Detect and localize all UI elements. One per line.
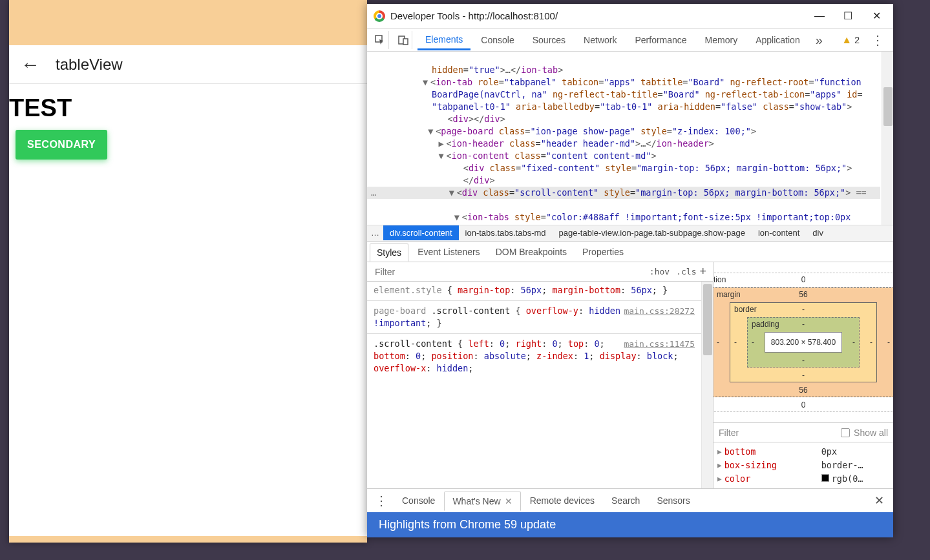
drawer-tab-whatsnew[interactable]: What's New ✕ (444, 492, 520, 511)
drawer-tabbar: ⋮ Console What's New ✕ Remote devices Se… (367, 488, 893, 512)
chrome-logo-icon (374, 10, 385, 22)
breadcrumb-ellipsis[interactable]: … (367, 228, 383, 238)
computed-pane: position 0 0 0 0 margin 56 56 - - (713, 262, 893, 488)
device-toolbar-icon[interactable] (394, 31, 412, 49)
new-rule-button[interactable]: + (699, 265, 706, 278)
tab-application[interactable]: Application (748, 31, 808, 49)
styles-tabbar: Styles Event Listeners DOM Breakpoints P… (367, 242, 893, 262)
breadcrumb-selected[interactable]: div.scroll-content (383, 225, 459, 240)
source-link[interactable]: main.css:28272 (624, 305, 695, 317)
tab-network[interactable]: Network (576, 31, 624, 49)
breadcrumb-item[interactable]: ion-content (752, 225, 806, 240)
mobile-preview: ← tableView TEST SECONDARY (9, 0, 367, 543)
window-minimize-button[interactable]: — (805, 6, 834, 26)
tab-sources[interactable]: Sources (525, 31, 573, 49)
tab-console[interactable]: Console (473, 31, 522, 49)
close-tab-icon[interactable]: ✕ (505, 496, 513, 506)
devtools-window: Developer Tools - http://localhost:8100/… (367, 4, 893, 537)
window-maximize-button[interactable]: ☐ (834, 6, 862, 26)
main-tabbar: Elements Console Sources Network Perform… (367, 29, 893, 52)
secondary-button[interactable]: SECONDARY (16, 130, 107, 160)
computed-filter-label[interactable]: Filter (719, 428, 739, 438)
warnings-badge[interactable]: ▲ 2 (838, 34, 863, 46)
drawer-tab-remote[interactable]: Remote devices (522, 492, 602, 510)
inspect-element-icon[interactable] (371, 31, 389, 49)
drawer-content-headline: Highlights from Chrome 59 update (367, 512, 893, 537)
styles-rules-pane: :hov .cls + element.style { margin-top: … (367, 262, 713, 488)
mobile-page: ← tableView TEST SECONDARY (9, 45, 367, 536)
back-arrow-icon[interactable]: ← (21, 54, 40, 76)
breadcrumb-item[interactable]: page-table-view.ion-page.tab-subpage.sho… (553, 225, 752, 240)
dom-tree-scrollbar[interactable] (882, 52, 893, 225)
svg-rect-2 (403, 39, 408, 45)
tabs-overflow-icon[interactable]: » (810, 33, 828, 48)
mobile-header: ← tableView (9, 45, 367, 84)
devtools-menu-icon[interactable]: ⋮ (866, 32, 889, 48)
bm-margin-label: margin (717, 290, 741, 299)
mobile-body: TEST SECONDARY (9, 84, 367, 160)
drawer-menu-icon[interactable]: ⋮ (370, 493, 393, 508)
breadcrumb-item[interactable]: ion-tabs.tabs.tabs-md (459, 225, 553, 240)
css-rules-list[interactable]: element.style { margin-top: 56px; margin… (367, 282, 713, 488)
breadcrumb-item[interactable]: div (806, 225, 830, 240)
tab-memory[interactable]: Memory (697, 31, 746, 49)
showall-checkbox[interactable] (841, 428, 850, 437)
cls-toggle[interactable]: .cls (673, 267, 699, 276)
drawer-close-icon[interactable]: ✕ (868, 493, 891, 508)
computed-filter-row: Filter Show all (713, 423, 893, 442)
window-close-button[interactable]: ✕ (862, 6, 891, 26)
drawer-tab-sensors[interactable]: Sensors (649, 492, 697, 510)
elements-dom-tree[interactable]: hidden="true">…</ion-tab> ▼<ion-tab role… (367, 52, 893, 225)
hov-toggle[interactable]: :hov (646, 267, 673, 276)
styles-tab-styles[interactable]: Styles (370, 244, 408, 262)
dom-breadcrumb: … div.scroll-content ion-tabs.tabs.tabs-… (367, 225, 893, 241)
bm-position-label: position (713, 275, 726, 284)
page-title: tableView (56, 56, 123, 74)
warnings-count: 2 (854, 35, 860, 45)
styles-tab-dom[interactable]: DOM Breakpoints (489, 244, 573, 260)
showall-label: Show all (854, 428, 888, 438)
bm-content-size: 803.200 × 578.400 (765, 332, 842, 353)
drawer-tab-search[interactable]: Search (604, 492, 648, 510)
styles-panel: Styles Event Listeners DOM Breakpoints P… (367, 241, 893, 488)
window-titlebar: Developer Tools - http://localhost:8100/… (367, 4, 893, 29)
source-link[interactable]: main.css:11475 (624, 338, 695, 350)
styles-filter-input[interactable] (374, 266, 646, 278)
styles-tab-event[interactable]: Event Listeners (411, 244, 487, 260)
warning-triangle-icon: ▲ (841, 34, 852, 46)
bm-padding-label: padding (752, 320, 779, 329)
test-heading: TEST (9, 94, 367, 122)
drawer-tab-console[interactable]: Console (394, 492, 443, 510)
bm-border-label: border (734, 305, 757, 314)
styles-tab-props[interactable]: Properties (576, 244, 630, 260)
tab-elements[interactable]: Elements (417, 30, 470, 50)
computed-properties-list[interactable]: ▶bottom0px ▶box-sizingborder-… ▶colorrgb… (713, 442, 893, 488)
tab-performance[interactable]: Performance (627, 31, 694, 49)
styles-filter-row: :hov .cls + (367, 262, 713, 282)
css-rules-scrollbar[interactable] (701, 282, 713, 488)
box-model-diagram[interactable]: position 0 0 0 0 margin 56 56 - - (713, 262, 893, 423)
window-title-text: Developer Tools - http://localhost:8100/ (390, 10, 805, 21)
